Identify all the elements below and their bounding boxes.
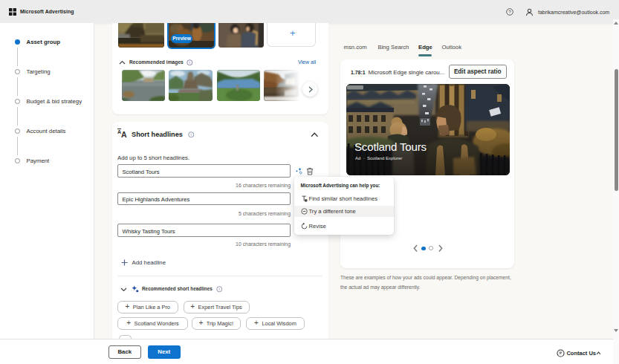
svg-text:i: i xyxy=(189,60,190,65)
svg-text:i: i xyxy=(218,287,219,291)
svg-text:?: ? xyxy=(508,9,511,14)
svg-text:i: i xyxy=(190,132,191,137)
